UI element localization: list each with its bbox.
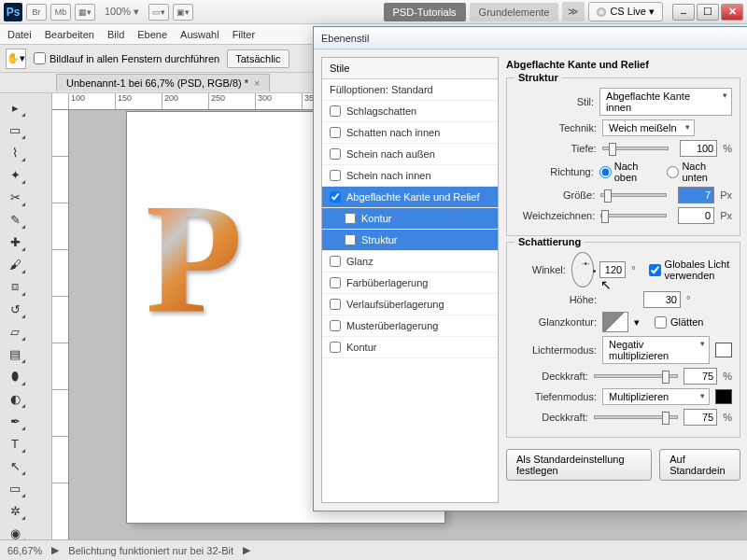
menu-filter[interactable]: Filter [233, 29, 255, 40]
glaetten-checkbox[interactable]: Glätten [655, 316, 703, 329]
technik-select[interactable]: Weich meißeln [602, 119, 695, 136]
style-item-6[interactable]: Struktur [322, 230, 498, 251]
schatt-legend: Schattierung [514, 236, 585, 247]
bridge-button[interactable]: Br [26, 4, 47, 21]
style-item-3[interactable]: Schein nach innen [322, 165, 498, 187]
groesse-input[interactable]: 7 [678, 187, 714, 203]
groesse-unit: Px [720, 189, 732, 201]
menu-auswahl[interactable]: Auswahl [180, 29, 219, 40]
tiefe-unit: % [723, 143, 732, 154]
gloss-contour-picker[interactable] [602, 312, 628, 332]
weich-slider[interactable] [600, 214, 667, 217]
stil-select[interactable]: Abgeflachte Kante innen [599, 88, 732, 116]
type-tool[interactable]: T [4, 433, 26, 454]
deck1-input[interactable]: 75 [684, 368, 718, 385]
tiefenmodus-select[interactable]: Multiplizieren [602, 388, 710, 405]
menu-ebene[interactable]: Ebene [137, 29, 167, 40]
ps-logo: Ps [4, 3, 22, 21]
stil-label: Stil: [514, 96, 594, 107]
minimize-button[interactable]: – [672, 4, 695, 21]
style-item-7[interactable]: Glanz [322, 251, 498, 273]
history-brush-tool[interactable]: ↺ [4, 299, 26, 319]
workspace-tab-grundelemente[interactable]: Grundelemente [470, 3, 559, 21]
stamp-tool[interactable]: ⧈ [4, 276, 26, 297]
hoehe-label: Höhe: [514, 294, 597, 305]
eyedropper-tool[interactable]: ✎ [4, 209, 26, 230]
move-tool[interactable]: ▸ [4, 97, 26, 118]
path-select-tool[interactable]: ↖ [4, 455, 26, 476]
zoom-field[interactable]: 66,67% [7, 545, 42, 556]
style-item-4[interactable]: Abgeflachte Kante und Relief [322, 187, 498, 208]
close-tab-icon[interactable]: × [254, 77, 260, 89]
menu-bearbeiten[interactable]: Bearbeiten [45, 29, 94, 40]
winkel-unit: ° [631, 264, 635, 275]
highlight-color-swatch[interactable] [715, 343, 732, 357]
pen-tool[interactable]: ✒ [4, 411, 26, 431]
scroll-all-windows-checkbox[interactable]: Bildlauf in allen Fenstern durchführen [34, 52, 219, 64]
actual-pixels-button[interactable]: Tatsächlic [227, 49, 289, 68]
status-chevron-2[interactable]: ▶ [243, 544, 250, 556]
close-button[interactable]: ✕ [721, 4, 743, 21]
tool-preset-picker[interactable]: ✋▾ [6, 49, 26, 69]
arrange-button[interactable]: ▭▾ [148, 4, 169, 21]
lasso-tool[interactable]: ⌇ [4, 142, 26, 162]
tiefe-slider[interactable] [602, 147, 669, 150]
dodge-tool[interactable]: ◐ [4, 388, 26, 409]
healing-tool[interactable]: ✚ [4, 231, 26, 252]
workspace-tab-psd-tutorials[interactable]: PSD-Tutorials [384, 3, 466, 21]
zoom-preset[interactable]: 100% ▾ [105, 6, 139, 18]
style-item-1[interactable]: Schatten nach innen [322, 122, 498, 144]
deck1-unit: % [723, 371, 732, 382]
weich-input[interactable]: 0 [678, 207, 714, 224]
minibridge-button[interactable]: Mb [50, 4, 71, 21]
style-item-9[interactable]: Verlaufsüberlagerung [322, 294, 498, 315]
styles-header[interactable]: Stile [322, 58, 498, 79]
lichtermodus-select[interactable]: Negativ multiplizieren [602, 336, 710, 364]
shape-tool[interactable]: ▭ [4, 478, 26, 498]
style-item-11[interactable]: Kontur [322, 337, 498, 358]
direction-down-radio[interactable]: Nach unten [667, 161, 732, 183]
tiefe-input[interactable]: 100 [680, 140, 717, 157]
eraser-tool[interactable]: ▱ [4, 321, 26, 342]
document-tab[interactable]: Unbenannt-1 bei 66,7% (PSD, RGB/8) *× [56, 74, 270, 91]
style-item-8[interactable]: Farbüberlagerung [322, 273, 498, 294]
3d-tool[interactable]: ✲ [4, 500, 26, 521]
deck1-slider[interactable] [594, 374, 678, 378]
view-extras-button[interactable]: ▦▾ [75, 4, 95, 21]
menu-datei[interactable]: Datei [7, 29, 32, 40]
direction-up-radio[interactable]: Nach oben [599, 161, 662, 183]
shadow-color-swatch[interactable] [715, 389, 732, 404]
gradient-tool[interactable]: ▤ [4, 343, 26, 364]
dialog-titlebar[interactable]: Ebenenstil [314, 27, 747, 49]
marquee-tool[interactable]: ▭ [4, 119, 26, 140]
global-light-checkbox[interactable]: Globales Licht verwenden [649, 259, 732, 281]
wand-tool[interactable]: ✦ [4, 164, 26, 185]
reset-default-button[interactable]: Auf Standardein [659, 449, 740, 481]
glanzkontur-label: Glanzkontur: [514, 316, 597, 328]
winkel-input[interactable]: 120 [599, 261, 626, 278]
make-default-button[interactable]: Als Standardeinstellung festlegen [506, 449, 652, 481]
angle-control[interactable]: ·•· ↖ [571, 252, 594, 287]
maximize-button[interactable]: ☐ [697, 4, 719, 21]
style-item-2[interactable]: Schein nach außen [322, 144, 498, 165]
hoehe-input[interactable]: 30 [643, 291, 681, 308]
menu-bild[interactable]: Bild [107, 29, 124, 40]
blur-tool[interactable]: ⬮ [4, 366, 26, 386]
style-item-0[interactable]: Schlagschatten [322, 101, 498, 122]
deck1-label: Deckkraft: [514, 371, 588, 382]
style-item-5[interactable]: Kontur [322, 208, 498, 230]
deck2-input[interactable]: 75 [684, 409, 718, 426]
cs-live-button[interactable]: CS Live ▾ [588, 2, 663, 21]
blending-options-row[interactable]: Fülloptionen: Standard [322, 79, 498, 101]
crop-tool[interactable]: ✂ [4, 187, 26, 207]
weich-label: Weichzeichnen: [514, 210, 595, 221]
angle-crosshair-icon: ·•· [582, 259, 590, 269]
brush-tool[interactable]: 🖌 [4, 254, 26, 274]
style-item-10[interactable]: Musterüberlagerung [322, 315, 498, 337]
screen-mode-button[interactable]: ▣▾ [173, 4, 193, 21]
workspace-more[interactable]: ≫ [562, 2, 585, 21]
vertical-ruler [52, 110, 69, 539]
deck2-slider[interactable] [594, 415, 678, 419]
status-chevron[interactable]: ▶ [51, 544, 59, 556]
groesse-slider[interactable] [600, 193, 667, 197]
